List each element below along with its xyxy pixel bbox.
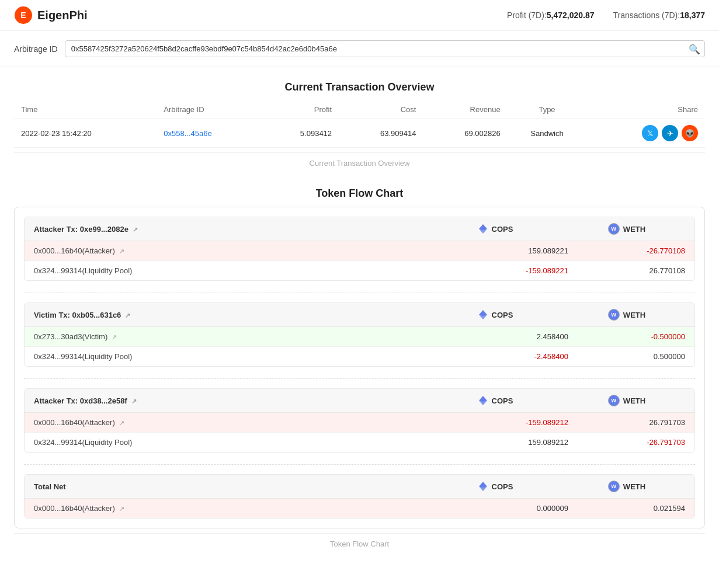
search-button[interactable]: 🔍	[689, 43, 700, 54]
row-type: Sandwich	[508, 119, 587, 148]
current-transaction-title: Current Transaction Overview	[14, 81, 705, 93]
row-cost: 63.909414	[339, 119, 423, 148]
external-link-icon[interactable]: ↗	[117, 248, 124, 255]
profit-stat: Profit (7D):5,472,020.87	[507, 11, 594, 20]
flow-val-weth: -0.500000	[568, 332, 685, 341]
weth-icon: W	[608, 223, 620, 235]
flow-row: 0x324...99314(Liquidity Pool)-2.4584000.…	[25, 347, 694, 366]
flow-val-cops: -159.089212	[422, 418, 568, 427]
arbitrage-id-input[interactable]	[65, 40, 705, 57]
row-revenue: 69.002826	[423, 119, 507, 148]
flow-row-address: 0x324...99314(Liquidity Pool)	[34, 266, 422, 275]
flow-val-cops: -159.089221	[422, 266, 568, 275]
flow-val-weth: 26.791703	[568, 418, 685, 427]
flow-val-weth: -26.791703	[568, 438, 685, 447]
external-link-icon[interactable]: ↗	[117, 419, 124, 426]
external-link-icon[interactable]: ↗	[130, 398, 137, 405]
arbitrage-id-label: Arbitrage ID	[14, 44, 58, 54]
flow-group-header-total-net: Total Net COPSW WETH	[25, 475, 694, 499]
row-time: 2022-02-23 15:42:20	[14, 119, 157, 148]
flow-group-title-attacker-tx-2: Attacker Tx: 0xd38...2e58f ↗	[34, 396, 422, 405]
header-stats: Profit (7D):5,472,020.87 Transactions (7…	[507, 11, 705, 20]
group-divider	[24, 464, 695, 465]
flow-outer: Attacker Tx: 0xe99...2082e ↗ COPSW WETH0…	[14, 207, 705, 528]
flow-row-address[interactable]: 0x000...16b40(Attacker) ↗	[34, 418, 422, 427]
col-cost: Cost	[339, 100, 423, 119]
flow-row-address[interactable]: 0x000...16b40(Attacker) ↗	[34, 504, 422, 513]
flow-group-total-net: Total Net COPSW WETH0x000...16b40(Attack…	[24, 474, 695, 519]
arbitrage-id-section: Arbitrage ID 🔍	[0, 31, 719, 67]
token-col-weth-0: W WETH	[568, 223, 685, 235]
col-time: Time	[14, 100, 157, 119]
flow-group-title-total-net: Total Net	[34, 482, 422, 491]
token-col-cops-3: COPS	[422, 481, 568, 492]
flow-group-victim-tx: Victim Tx: 0xb05...631c6 ↗ COPSW WETH0x2…	[24, 302, 695, 367]
flow-row: 0x324...99314(Liquidity Pool)159.089212-…	[25, 433, 694, 452]
flow-row: 0x324...99314(Liquidity Pool)-159.089221…	[25, 261, 694, 280]
weth-icon: W	[608, 395, 620, 406]
flow-group-attacker-tx-2: Attacker Tx: 0xd38...2e58f ↗ COPSW WETH0…	[24, 388, 695, 453]
flow-group-header-attacker-tx-2: Attacker Tx: 0xd38...2e58f ↗ COPSW WETH	[25, 389, 694, 413]
flow-group-attacker-tx-1: Attacker Tx: 0xe99...2082e ↗ COPSW WETH0…	[24, 217, 695, 281]
transactions-stat: Transactions (7D):18,377	[613, 11, 705, 20]
token-flow-section: Token Flow Chart Attacker Tx: 0xe99...20…	[0, 187, 719, 568]
share-telegram-button[interactable]: ✈	[662, 125, 678, 141]
external-link-icon[interactable]: ↗	[117, 505, 124, 512]
flow-row-address[interactable]: 0x000...16b40(Attacker) ↗	[34, 246, 422, 255]
flow-val-weth: 26.770108	[568, 266, 685, 275]
share-twitter-button[interactable]: 𝕏	[642, 125, 658, 141]
flow-row-address: 0x324...99314(Liquidity Pool)	[34, 438, 422, 447]
row-share: 𝕏 ✈ 👽	[586, 119, 705, 148]
flow-row-address: 0x324...99314(Liquidity Pool)	[34, 352, 422, 361]
flow-val-cops: 159.089212	[422, 438, 568, 447]
flow-row: 0x000...16b40(Attacker) ↗-159.08921226.7…	[25, 413, 694, 433]
group-divider	[24, 378, 695, 379]
flow-row-address[interactable]: 0x273...30ad3(Victim) ↗	[34, 332, 422, 341]
share-reddit-button[interactable]: 👽	[682, 125, 698, 141]
external-link-icon[interactable]: ↗	[123, 312, 130, 319]
arbitrage-id-wrapper: 🔍	[65, 40, 705, 57]
current-transaction-section: Current Transaction Overview Time Arbitr…	[0, 81, 719, 173]
token-col-weth-3: W WETH	[568, 481, 685, 492]
token-col-cops-2: COPS	[422, 395, 568, 406]
token-col-cops-0: COPS	[422, 224, 568, 234]
flow-row: 0x273...30ad3(Victim) ↗2.458400-0.500000	[25, 327, 694, 347]
logo-text: EigenPhi	[37, 9, 88, 22]
flow-row: 0x000...16b40(Attacker) ↗0.0000090.02159…	[25, 499, 694, 518]
token-col-weth-2: W WETH	[568, 395, 685, 406]
token-flow-title: Token Flow Chart	[14, 187, 705, 200]
row-profit: 5.093412	[262, 119, 339, 148]
flow-val-cops: 0.000009	[422, 504, 568, 513]
group-divider	[24, 293, 695, 293]
flow-val-weth: 0.021594	[568, 504, 685, 513]
current-transaction-footer: Current Transaction Overview	[14, 152, 705, 173]
col-revenue: Revenue	[423, 100, 507, 119]
col-profit: Profit	[262, 100, 339, 119]
flow-group-title-victim-tx: Victim Tx: 0xb05...631c6 ↗	[34, 311, 422, 319]
header: E EigenPhi Profit (7D):5,472,020.87 Tran…	[0, 0, 719, 31]
logo[interactable]: E EigenPhi	[14, 6, 88, 25]
external-link-icon[interactable]: ↗	[131, 226, 138, 233]
col-share: Share	[586, 100, 705, 119]
transaction-table: Time Arbitrage ID Profit Cost Revenue Ty…	[14, 100, 705, 148]
row-arb-id[interactable]: 0x558...45a6e	[157, 119, 262, 148]
flow-val-cops: 2.458400	[422, 332, 568, 341]
flow-row: 0x000...16b40(Attacker) ↗159.089221-26.7…	[25, 241, 694, 261]
external-link-icon[interactable]: ↗	[110, 333, 117, 340]
col-arb-id: Arbitrage ID	[157, 100, 262, 119]
flow-group-title-attacker-tx-1: Attacker Tx: 0xe99...2082e ↗	[34, 225, 422, 234]
share-icons: 𝕏 ✈ 👽	[593, 125, 698, 141]
token-flow-footer: Token Flow Chart	[14, 533, 705, 554]
flow-val-cops: -2.458400	[422, 352, 568, 361]
col-type: Type	[508, 100, 587, 119]
flow-group-header-victim-tx: Victim Tx: 0xb05...631c6 ↗ COPSW WETH	[25, 303, 694, 327]
flow-val-cops: 159.089221	[422, 246, 568, 255]
weth-icon: W	[608, 309, 620, 321]
svg-text:E: E	[20, 11, 26, 20]
token-col-cops-1: COPS	[422, 309, 568, 320]
weth-icon: W	[608, 481, 620, 492]
flow-val-weth: -26.770108	[568, 246, 685, 255]
flow-group-header-attacker-tx-1: Attacker Tx: 0xe99...2082e ↗ COPSW WETH	[25, 217, 694, 241]
token-col-weth-1: W WETH	[568, 309, 685, 321]
table-row: 2022-02-23 15:42:20 0x558...45a6e 5.0934…	[14, 119, 705, 148]
